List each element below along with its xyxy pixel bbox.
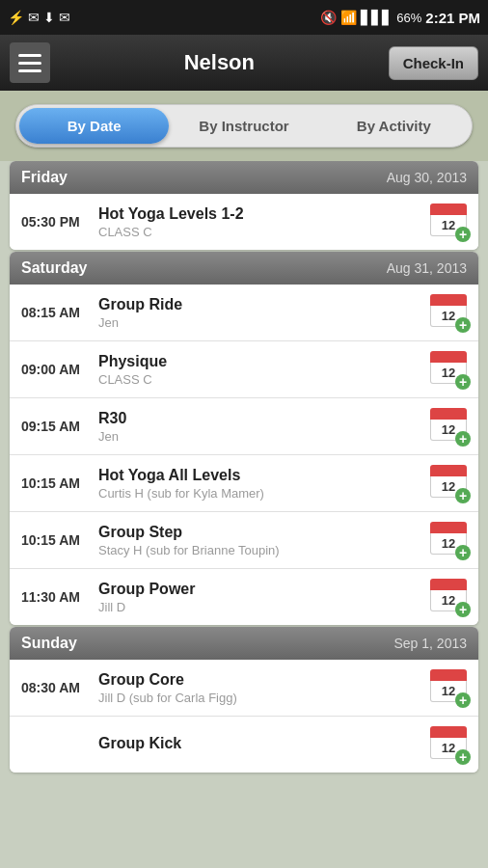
class-sub: Jen [98, 429, 430, 444]
menu-button[interactable] [10, 42, 50, 83]
signal-icon: ▋▋▋ [361, 10, 393, 25]
day-name-0: Friday [21, 169, 68, 186]
table-row: 10:15 AMHot Yoga All LevelsCurtis H (sub… [10, 455, 478, 512]
table-row: 08:15 AMGroup RideJen12+ [10, 285, 478, 341]
cal-top-bar [430, 726, 467, 738]
table-row: 08:30 AMGroup CoreJill D (sub for Carla … [10, 660, 478, 717]
checkin-button[interactable]: Check-In [389, 46, 478, 80]
sms-icon: ✉ [59, 10, 70, 25]
day-card-1: SaturdayAug 31, 201308:15 AMGroup RideJe… [10, 252, 478, 625]
day-date-1: Aug 31, 2013 [387, 260, 467, 276]
day-card-0: FridayAug 30, 201305:30 PMHot Yoga Level… [10, 161, 478, 250]
class-info: R30Jen [98, 410, 430, 444]
calendar-add-icon[interactable]: 12+ [430, 294, 467, 331]
class-name: Group Core [98, 671, 430, 689]
cal-plus-icon: + [455, 317, 471, 333]
cal-plus-icon: + [455, 431, 471, 447]
class-time: 11:30 AM [21, 589, 98, 605]
class-name: Group Ride [98, 296, 430, 313]
day-header-1: SaturdayAug 31, 2013 [10, 252, 478, 285]
menu-line-2 [18, 62, 41, 65]
day-header-0: FridayAug 30, 2013 [10, 161, 478, 194]
class-sub: Jen [98, 315, 430, 330]
class-time: 05:30 PM [21, 214, 98, 230]
table-row: 09:15 AMR30Jen12+ [10, 398, 478, 455]
calendar-add-icon[interactable]: 12+ [430, 726, 467, 763]
cal-top-bar [430, 579, 467, 590]
schedule-list: FridayAug 30, 201305:30 PMHot Yoga Level… [0, 161, 488, 868]
menu-line-3 [18, 69, 41, 72]
table-row: 10:15 AMGroup StepStacy H (sub for Brian… [10, 512, 478, 569]
gmail-icon: ✉ [28, 10, 40, 25]
cal-plus-icon: + [455, 227, 471, 242]
day-header-2: SundaySep 1, 2013 [10, 627, 478, 660]
cal-top-bar [430, 203, 467, 215]
class-time: 09:15 AM [21, 419, 98, 434]
menu-line-1 [18, 54, 41, 57]
class-name: Hot Yoga Levels 1-2 [98, 205, 430, 223]
day-name-2: Sunday [21, 635, 77, 652]
clock: 2:21 PM [425, 10, 480, 26]
class-info: Group StepStacy H (sub for Brianne Toupi… [98, 524, 430, 557]
cal-top-bar [430, 465, 467, 476]
filter-container: By Date By Instructor By Activity [0, 91, 488, 161]
day-name-1: Saturday [21, 259, 87, 277]
class-sub: Curtis H (sub for Kyla Mamer) [98, 486, 430, 501]
cal-top-bar [430, 294, 467, 306]
cal-plus-icon: + [455, 602, 471, 617]
table-row: 11:30 AMGroup PowerJill D12+ [10, 569, 478, 625]
top-bar: Nelson Check-In [0, 35, 488, 91]
tab-by-date[interactable]: By Date [19, 108, 169, 144]
mute-icon: 🔇 [320, 10, 337, 25]
class-time: 08:15 AM [21, 305, 98, 320]
table-row: 09:00 AMPhysiqueCLASS C12+ [10, 341, 478, 398]
day-card-2: SundaySep 1, 201308:30 AMGroup CoreJill … [10, 627, 478, 773]
calendar-add-icon[interactable]: 12+ [430, 669, 467, 706]
calendar-add-icon[interactable]: 12+ [430, 465, 467, 502]
status-info-right: 🔇 📶 ▋▋▋ 66% 2:21 PM [320, 10, 480, 26]
cal-top-bar [430, 351, 467, 363]
status-bar: ⚡ ✉ ⬇ ✉ 🔇 📶 ▋▋▋ 66% 2:21 PM [0, 0, 488, 35]
class-name: Group Step [98, 524, 430, 541]
table-row: Group Kick12+ [10, 717, 478, 773]
day-date-2: Sep 1, 2013 [393, 636, 467, 651]
class-time: 10:15 AM [21, 532, 98, 548]
download-icon: ⬇ [43, 10, 55, 25]
cal-top-bar [430, 408, 467, 420]
class-sub: CLASS C [98, 372, 430, 387]
calendar-add-icon[interactable]: 12+ [430, 408, 467, 445]
class-name: Group Power [98, 581, 430, 598]
class-sub: Jill D [98, 600, 430, 614]
wifi-icon: 📶 [340, 10, 357, 25]
battery-level: 66% [396, 11, 421, 25]
cal-top-bar [430, 522, 467, 533]
status-icons-left: ⚡ ✉ ⬇ ✉ [8, 10, 70, 25]
class-name: Group Kick [98, 735, 430, 752]
cal-plus-icon: + [455, 488, 471, 503]
filter-tabs: By Date By Instructor By Activity [15, 104, 473, 148]
class-info: Hot Yoga All LevelsCurtis H (sub for Kyl… [98, 467, 430, 501]
class-info: PhysiqueCLASS C [98, 353, 430, 387]
cal-plus-icon: + [455, 749, 471, 765]
tab-by-activity[interactable]: By Activity [319, 108, 469, 144]
class-sub: Stacy H (sub for Brianne Toupin) [98, 543, 430, 557]
class-time: 10:15 AM [21, 475, 98, 491]
calendar-add-icon[interactable]: 12+ [430, 579, 467, 615]
class-name: R30 [98, 410, 430, 427]
class-name: Physique [98, 353, 430, 370]
class-time: 09:00 AM [21, 362, 98, 377]
tab-by-instructor[interactable]: By Instructor [169, 108, 318, 144]
usb-icon: ⚡ [8, 10, 24, 25]
calendar-add-icon[interactable]: 12+ [430, 203, 467, 240]
class-info: Hot Yoga Levels 1-2CLASS C [98, 205, 430, 239]
table-row: 05:30 PMHot Yoga Levels 1-2CLASS C12+ [10, 194, 478, 250]
class-time: 08:30 AM [21, 680, 98, 695]
cal-plus-icon: + [455, 374, 471, 390]
calendar-add-icon[interactable]: 12+ [430, 522, 467, 558]
cal-plus-icon: + [455, 692, 471, 708]
class-name: Hot Yoga All Levels [98, 467, 430, 484]
class-info: Group RideJen [98, 296, 430, 330]
calendar-add-icon[interactable]: 12+ [430, 351, 467, 388]
class-sub: Jill D (sub for Carla Figg) [98, 691, 430, 705]
class-info: Group Kick [98, 735, 430, 754]
